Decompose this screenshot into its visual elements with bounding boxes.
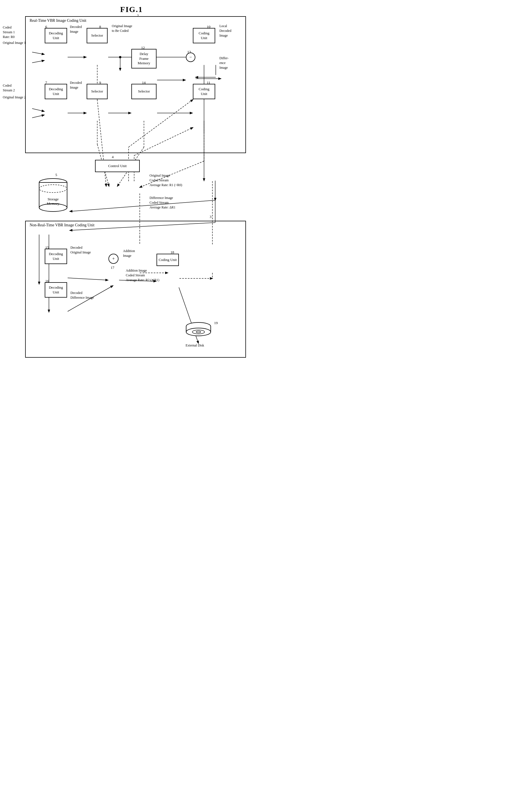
label-15: 15 [45,245,49,250]
coding-unit-18: Coding Unit [157,254,179,266]
label-18: 18 [170,250,174,255]
coded-stream-1-label: CodedStream 1Rate: R0 [3,25,15,39]
realtime-unit-label: Real-Time VBR Image Coding Unit [30,18,86,23]
selector-9: Selector [87,84,108,99]
label-19: 19 [214,321,218,325]
addition-image-coded-stream-label: Addition ImageCoded StreamAverage Rate: … [126,268,159,282]
coding-unit-11: CodingUnit [193,84,215,99]
label-14: 14 [142,81,146,85]
original-image-2-label: Original Image 2 [3,95,26,100]
label-9: 9 [99,81,101,85]
label-16: 16 [45,279,49,283]
svg-text:Memory: Memory [47,201,59,206]
label-5: 5 [55,173,57,177]
label-2: 2 [137,13,139,18]
decoding-unit-16: DecodingUnit [45,282,67,298]
label-17: 17 [111,265,114,270]
svg-point-12 [196,331,201,333]
nonrealtime-unit-label: Non-Real-Time VBR Image Coding Unit [30,223,95,228]
label-8: 8 [99,25,101,29]
coded-stream-2-label: CodedStream 2 [3,83,15,93]
coding-unit-10: CodingUnit [193,28,215,43]
storage-memory-cylinder: Storage Memory [38,177,69,214]
label-4: 4 [112,155,114,159]
external-disk [184,321,212,341]
label-11: 11 [207,81,211,85]
selector-14: Selector [131,84,157,99]
external-disk-label: External Disk [186,343,204,348]
svg-text:Storage: Storage [47,197,59,201]
decoded-difference-image-label: DecodedDifference Image [70,291,94,300]
original-image-1-label: Original Image 1 [3,41,26,45]
page: FIG.1 2 Real-Time VBR Image Coding Unit … [0,0,263,406]
decoded-original-image-label: DecodedOriginal Image [70,245,91,255]
fig-title: FIG.1 [0,0,263,14]
label-6: 6 [45,25,47,29]
decoding-unit-6: DecodingUnit [45,28,67,43]
decoded-image-6-label: DecodedImage [70,25,82,34]
label-13: 13 [187,50,191,54]
delay-frame-memory-12: DelayFrameMemory [131,49,157,69]
difference-image-label: Differ-enceImage [219,56,229,70]
selector-8: Selector [87,28,108,43]
decoding-unit-15: DecodingUnit [45,249,67,264]
decoding-unit-7: DecodingUnit [45,84,67,99]
decoded-image-7-label: DecodedImage [70,81,82,90]
difference-image-coded-stream-label: Difference ImageCoded StreamAverage Rate… [150,195,175,209]
label-12: 12 [141,45,145,50]
label-10: 10 [207,25,211,29]
original-image-coded-stream-label: Original ImageCoded StreamAverage Rate: … [150,173,182,187]
label-3: 3 [210,215,212,219]
control-unit-4: Control Unit [95,160,140,172]
label-7: 7 [45,81,47,85]
original-image-coded-label: Original Imageto Be Coded [112,24,132,33]
plus-circle-17: + [109,254,118,264]
local-decoded-image-label: LocalDecodedImage [219,24,231,38]
addition-image-label: AdditionImage [123,249,135,258]
svg-line-43 [70,200,215,212]
